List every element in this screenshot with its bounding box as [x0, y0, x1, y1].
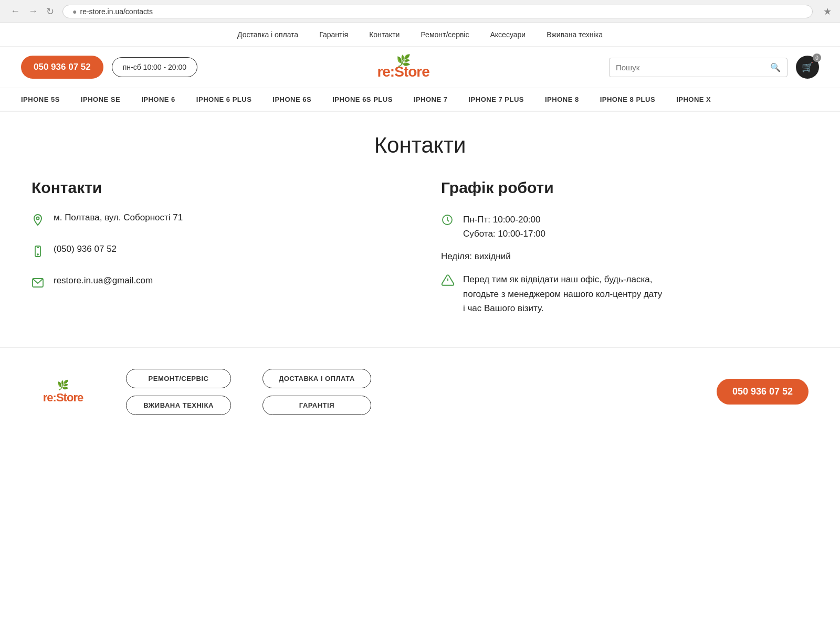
footer-repair-button[interactable]: РЕМОНТ/СЕРВІС: [126, 369, 231, 388]
svg-point-3: [37, 254, 38, 255]
logo[interactable]: 🌿 re:Store: [377, 55, 429, 79]
weekdays-text: Пн-Пт: 10:00-20:00 Субота: 10:00-17:00: [463, 212, 545, 241]
nav-iphone7plus[interactable]: IPHONE 7 PLUS: [458, 88, 534, 111]
contacts-title: Контакти: [32, 179, 399, 197]
footer-links-right: ДОСТАВКА І ОПЛАТА ГАРАНТІЯ: [262, 369, 371, 415]
browser-chrome: ← → ↻ ● re-store.in.ua/contacts ★: [0, 0, 840, 23]
nav-iphone7[interactable]: IPHONE 7: [403, 88, 458, 111]
phone-icon: [32, 245, 46, 261]
site-header: 050 936 07 52 пн-сб 10:00 - 20:00 🌿 re:S…: [0, 47, 840, 88]
contacts-column: Контакти м. Полтава, вул. Соборності 71: [32, 179, 399, 315]
hours-button[interactable]: пн-сб 10:00 - 20:00: [112, 57, 197, 77]
sunday-text: Неділя: вихідний: [441, 251, 808, 262]
main-content: Контакти Контакти м. Полтава, вул. Собор…: [0, 112, 840, 347]
warning-icon: [441, 273, 456, 290]
nav-contacts[interactable]: Контакти: [369, 30, 400, 39]
footer-delivery-button[interactable]: ДОСТАВКА І ОПЛАТА: [262, 369, 371, 388]
nav-guarantee[interactable]: Гарантія: [319, 30, 348, 39]
nav-iphone5s[interactable]: IPHONE 5S: [10, 88, 70, 111]
warning-item: Перед тим як відвідати наш офіс, будь-ла…: [441, 272, 808, 315]
nav-iphonex[interactable]: IPHONE X: [666, 88, 721, 111]
page-title: Контакти: [0, 112, 840, 168]
footer-links-left: РЕМОНТ/СЕРВІС ВЖИВАНА ТЕХНІКА: [126, 369, 231, 415]
nav-iphone6plus[interactable]: IPHONE 6 PLUS: [186, 88, 262, 111]
email-text: restore.in.ua@gmail.com: [54, 275, 153, 286]
nav-iphone6s[interactable]: IPHONE 6S: [262, 88, 322, 111]
email-item: restore.in.ua@gmail.com: [32, 275, 399, 292]
nav-iphone6[interactable]: IPHONE 6: [131, 88, 186, 111]
nav-iphone6splus[interactable]: IPHONE 6S PLUS: [322, 88, 403, 111]
forward-button[interactable]: →: [26, 5, 40, 18]
nav-used[interactable]: Вживана техніка: [547, 30, 603, 39]
logo-re: re:: [377, 63, 394, 80]
address-text: м. Полтава, вул. Соборності 71: [54, 212, 183, 223]
schedule-title: Графік роботи: [441, 179, 808, 197]
phone-button[interactable]: 050 936 07 52: [21, 56, 103, 79]
footer-used-button[interactable]: ВЖИВАНА ТЕХНІКА: [126, 396, 231, 415]
bookmark-button[interactable]: ★: [823, 6, 832, 17]
nav-repair[interactable]: Ремонт/сервіс: [421, 30, 469, 39]
weekdays-item: Пн-Пт: 10:00-20:00 Субота: 10:00-17:00: [441, 212, 808, 241]
back-button[interactable]: ←: [8, 5, 22, 18]
schedule-column: Графік роботи Пн-Пт: 10:00-20:00 Субота:…: [441, 179, 808, 315]
top-navigation: Доставка і оплата Гарантія Контакти Ремо…: [0, 23, 840, 47]
nav-iphone8plus[interactable]: IPHONE 8 PLUS: [590, 88, 666, 111]
footer-logo[interactable]: 🌿 re:Store: [32, 379, 94, 405]
nav-accessories[interactable]: Аксесуари: [490, 30, 526, 39]
site-footer: 🌿 re:Store РЕМОНТ/СЕРВІС ВЖИВАНА ТЕХНІКА…: [0, 347, 840, 436]
contacts-section: Контакти м. Полтава, вул. Соборності 71: [0, 168, 840, 347]
search-input[interactable]: [616, 63, 766, 72]
nav-iphone-se[interactable]: IPHONE SE: [70, 88, 131, 111]
search-bar[interactable]: 🔍: [609, 58, 788, 77]
email-icon: [32, 277, 46, 292]
clock-icon: [441, 214, 456, 229]
footer-phone-button[interactable]: 050 936 07 52: [717, 379, 808, 405]
phone-text: (050) 936 07 52: [54, 244, 117, 254]
browser-nav-buttons[interactable]: ← → ↻: [8, 5, 56, 18]
url-text: re-store.in.ua/contacts: [80, 7, 153, 16]
warning-text: Перед тим як відвідати наш офіс, будь-ла…: [463, 272, 663, 315]
nav-delivery[interactable]: Доставка і оплата: [237, 30, 298, 39]
phone-item: (050) 936 07 52: [32, 244, 399, 261]
header-right: 🔍 🛒 0: [609, 56, 819, 79]
search-icon: 🔍: [770, 62, 781, 72]
product-navigation: IPHONE 5S IPHONE SE IPHONE 6 IPHONE 6 PL…: [0, 88, 840, 112]
cart-button[interactable]: 🛒 0: [796, 56, 819, 79]
address-bar[interactable]: ● re-store.in.ua/contacts: [62, 5, 813, 18]
footer-guarantee-button[interactable]: ГАРАНТІЯ: [262, 396, 371, 415]
logo-store: Store: [394, 63, 429, 80]
svg-point-0: [37, 217, 39, 220]
header-left: 050 936 07 52 пн-сб 10:00 - 20:00: [21, 56, 197, 79]
address-item: м. Полтава, вул. Соборності 71: [32, 212, 399, 229]
nav-iphone8[interactable]: IPHONE 8: [534, 88, 590, 111]
footer-logo-text: re:Store: [43, 391, 83, 405]
footer-logo-leaf-icon: 🌿: [57, 379, 69, 391]
cart-icon: 🛒: [802, 61, 813, 73]
location-icon: [32, 214, 46, 229]
cart-badge: 0: [813, 54, 821, 62]
logo-text: re:Store: [377, 65, 429, 79]
reload-button[interactable]: ↻: [44, 5, 56, 18]
